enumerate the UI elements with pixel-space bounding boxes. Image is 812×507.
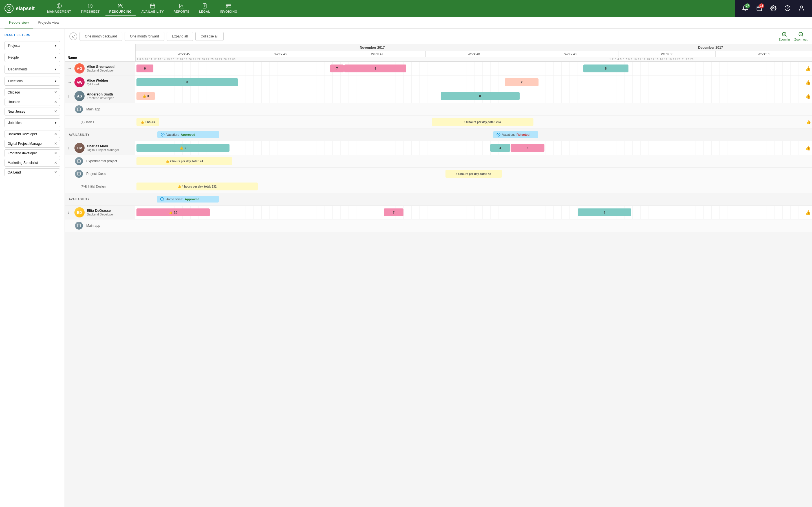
gantt-header-months: November 2017 December 2017 Week 45 Week…: [135, 44, 812, 61]
collapse-all-btn[interactable]: Collapse all: [195, 32, 223, 41]
row-anderson-mainapp: Main app: [65, 103, 812, 116]
bar-as-1[interactable]: 👍 3: [137, 92, 155, 100]
person-info-alice-webber: Alice Webber QA Lead: [87, 78, 108, 86]
bar-cm-1[interactable]: 👍 6: [137, 144, 230, 152]
week-48: Week 48: [425, 51, 522, 57]
svg-rect-20: [78, 108, 81, 111]
help-btn[interactable]: [783, 3, 792, 14]
nav-item-legal[interactable]: LEGAL: [195, 1, 214, 16]
thumbup-ag[interactable]: 👍: [805, 66, 811, 71]
remove-frontend[interactable]: ✕: [54, 151, 57, 155]
bar-aw-1[interactable]: 8: [137, 78, 238, 86]
job-titles-filter[interactable]: Job titles ▾: [4, 118, 60, 127]
logo-text: elapseit: [16, 6, 35, 11]
bars-anderson-task1: 👍 3 hours ! 8 hours per day, total: 224 …: [135, 116, 812, 128]
bar-ed-2[interactable]: 7: [384, 209, 403, 216]
locations-filter[interactable]: Locations ▾: [4, 76, 60, 86]
row-charles-initialdesign: (PH) Initial Design 👍 4 hours per day, t…: [65, 180, 812, 193]
bar-cm-2[interactable]: 4: [490, 144, 510, 152]
bar-id-1[interactable]: 👍 4 hours per day, total: 132: [137, 182, 258, 190]
departments-filter[interactable]: Departments ▾: [4, 65, 60, 74]
name-charles-experimental: Experimental project: [65, 155, 135, 167]
bar-xaxio-1[interactable]: ! 8 hours per day, total: 48: [446, 170, 502, 178]
bar-ed-3[interactable]: 8: [578, 209, 631, 216]
location-tag-houston: Houston ✕: [4, 98, 60, 106]
bar-as-2[interactable]: 8: [441, 92, 520, 100]
one-month-forward-btn[interactable]: One month forward: [124, 32, 164, 41]
bar-ag-2[interactable]: 7: [330, 64, 344, 72]
name-anderson-smith: ↓ AS Anderson Smith Frontend developer: [65, 89, 135, 103]
sub-nav: People view Projects view: [0, 17, 812, 29]
reset-filters-btn[interactable]: RESET FILTERS: [4, 33, 60, 37]
zoom-out-btn[interactable]: Zoom out: [795, 32, 808, 41]
bar-ag-4[interactable]: 8: [583, 64, 628, 72]
week-49: Week 49: [522, 51, 619, 57]
remove-dpm[interactable]: ✕: [54, 142, 57, 146]
row-charles-mark: ↓ CM Charles Mark Digital Project Manage…: [65, 141, 812, 155]
thumbup-ed[interactable]: 👍: [805, 210, 811, 215]
remove-chicago[interactable]: ✕: [54, 91, 57, 94]
nav-item-reports[interactable]: REPORTS: [169, 1, 193, 16]
bars-charles-experimental: 👍 2 hours per day, total: 74: [135, 155, 812, 167]
gantt-container: Name November 2017 December 2017 Week 45…: [65, 44, 812, 507]
content-area: ◁ One month backward One month forward E…: [65, 29, 812, 507]
thumbup-task1[interactable]: 👍: [806, 120, 811, 124]
expand-charles-mark[interactable]: ↓: [68, 146, 72, 150]
bar-cm-3[interactable]: 8: [511, 144, 545, 152]
avail-charles-homeoffice[interactable]: Home office: Approved: [157, 196, 219, 203]
nav-item-resourcing[interactable]: RESOURCING: [105, 1, 136, 16]
expand-alice-greenwood[interactable]: →: [68, 66, 72, 71]
svg-rect-27: [78, 172, 81, 175]
nav-item-availability[interactable]: AVAILABILITY: [137, 1, 168, 16]
calendar-btn[interactable]: 13: [755, 3, 764, 14]
expand-alice-webber[interactable]: →: [68, 80, 72, 84]
bars-anderson-smith: 👍 3 8 👍: [135, 89, 812, 103]
svg-point-3: [119, 4, 121, 6]
bars-elita-degrasse: 👍 10 7 8 👍: [135, 206, 812, 219]
logo[interactable]: elapseit: [4, 4, 35, 13]
sub-nav-people-view[interactable]: People view: [4, 17, 33, 29]
svg-point-4: [120, 4, 122, 6]
bars-alice-greenwood: 9 7 9 8 👍: [135, 62, 812, 75]
expand-anderson-smith[interactable]: ↓: [68, 94, 72, 98]
sub-nav-projects-view[interactable]: Projects view: [33, 17, 64, 29]
thumbup-cm[interactable]: 👍: [805, 145, 811, 151]
bar-task1-2[interactable]: ! 8 hours per day, total: 224: [432, 118, 534, 126]
settings-btn[interactable]: [769, 3, 778, 14]
days-row: 7 8 9 10 11 12 13 14 15 16 17 18 19 20 2…: [135, 57, 812, 61]
person-info-elita-degrasse: Elita DeGrasse Backend Developer: [87, 209, 114, 216]
nav-item-invoicing[interactable]: INVOICING: [216, 1, 241, 16]
alarm-btn[interactable]: 27: [741, 3, 750, 14]
svg-rect-31: [78, 224, 81, 227]
remove-qalead[interactable]: ✕: [54, 170, 57, 174]
nav-circle-btn[interactable]: ◁: [69, 33, 77, 40]
nav-item-management[interactable]: MANAGEMENT: [43, 1, 75, 16]
people-filter[interactable]: People ▾: [4, 53, 60, 62]
thumbup-aw[interactable]: 👍: [805, 80, 811, 85]
avail-anderson-vacation1[interactable]: Vacation: Approved: [157, 131, 219, 138]
bar-task1-1[interactable]: 👍 3 hours: [137, 118, 159, 126]
thumbup-as[interactable]: 👍: [805, 94, 811, 99]
bar-aw-2[interactable]: 7: [505, 78, 539, 86]
one-month-backward-btn[interactable]: One month backward: [80, 32, 122, 41]
expand-elita-degrasse[interactable]: ↓: [68, 210, 72, 215]
projects-filter[interactable]: Projects ▾: [4, 41, 60, 50]
zoom-in-btn[interactable]: Zoom in: [779, 32, 790, 41]
avatar-alice-greenwood: AG: [74, 63, 85, 73]
avail-anderson-vacation2[interactable]: Vacation: Rejected: [493, 131, 538, 138]
remove-houston[interactable]: ✕: [54, 100, 57, 104]
profile-btn[interactable]: [797, 3, 806, 14]
remove-marketing[interactable]: ✕: [54, 161, 57, 165]
bar-ag-3[interactable]: 9: [344, 64, 406, 72]
month-nov: November 2017: [135, 44, 609, 51]
bar-exp-1[interactable]: 👍 2 hours per day, total: 74: [137, 157, 232, 165]
calendar-badge: 13: [759, 3, 764, 8]
bar-ag-1[interactable]: 9: [137, 64, 153, 72]
bars-charles-availability: Home office: Approved: [135, 193, 812, 205]
expand-all-btn[interactable]: Expand all: [167, 32, 193, 41]
nav-item-timesheet[interactable]: TIMESHEET: [77, 1, 103, 16]
remove-backend-dev[interactable]: ✕: [54, 132, 57, 136]
bar-ed-1[interactable]: 👍 10: [137, 209, 210, 216]
remove-newjersey[interactable]: ✕: [54, 110, 57, 114]
week-51: Week 51: [715, 51, 812, 57]
